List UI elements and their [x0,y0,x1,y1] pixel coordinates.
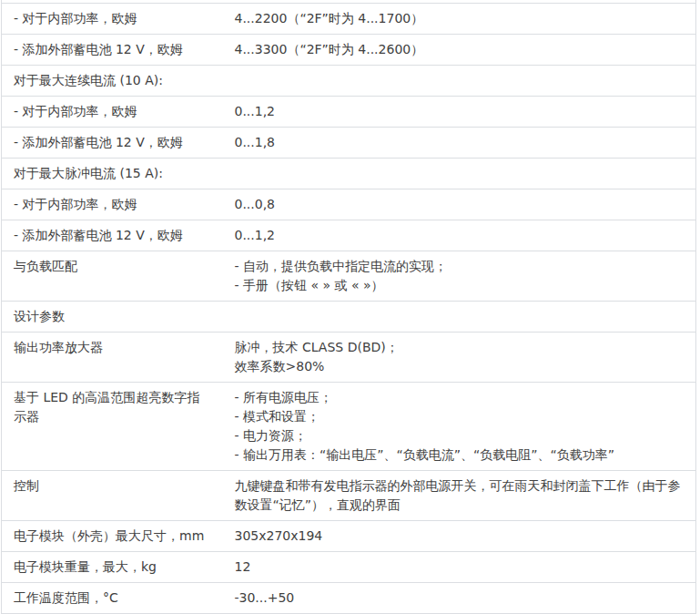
spec-value-line: - 所有电源电压； [235,388,685,407]
spec-value-line: 效率系数>80% [235,357,685,376]
section-header-cell: 对于最大连续电流 (10 A): [2,66,696,97]
table-row: - 添加外部蓄电池 12 V，欧姆0...1,2 [2,220,696,251]
spec-value-line: - 自动，提供负载中指定电流的实现； [235,257,685,276]
spec-value-cell: 12 [223,552,696,583]
section-header-cell: 设计参数 [2,302,696,333]
table-row: 与负载匹配- 自动，提供负载中指定电流的实现；- 手册（按钮 « » 或 « »… [2,251,696,302]
spec-label-cell: 与负载匹配 [2,251,223,302]
spec-value-line: - 电力资源； [235,426,685,445]
spec-value-line: - 手册（按钮 « » 或 « »） [235,276,685,295]
table-row: - 添加外部蓄电池 12 V，欧姆4...3300（“2F”时为 4...260… [2,35,696,66]
spec-table: - 对于内部功率，欧姆4...2200（“2F”时为 4...1700）- 添加… [1,0,696,614]
spec-value-line: 12 [235,558,685,577]
spec-value-line: 脉冲，技术 CLASS D(BD)； [235,338,685,357]
spec-value-cell: - 所有电源电压；- 模式和设置；- 电力资源；- 输出万用表：“输出电压”、“… [223,383,696,471]
spec-label-cell: - 添加外部蓄电池 12 V，欧姆 [2,35,223,66]
table-row: 电子模块重量，最大，kg12 [2,552,696,583]
spec-value-line: 0...1,2 [235,102,685,121]
table-row: 输出功率放大器脉冲，技术 CLASS D(BD)；效率系数>80% [2,333,696,383]
table-row: - 对于内部功率，欧姆4...2200（“2F”时为 4...1700） [2,4,696,35]
table-row: 电子模块（外壳）最大尺寸，mm305x270x194 [2,521,696,552]
section-header-cell: 对于最大脉冲电流 (15 A): [2,159,696,189]
spec-label-cell: 工作温度范围，°C [2,583,223,614]
table-row: 工作温度范围，°C-30...+50 [2,583,696,614]
spec-value-cell: 九键键盘和带有发电指示器的外部电源开关，可在雨天和封闭盖下工作（由于参数设置“记… [223,471,696,521]
spec-value-line: 九键键盘和带有发电指示器的外部电源开关，可在雨天和封闭盖下工作（由于参数设置“记… [235,476,685,515]
spec-value-line: 0...1,8 [235,133,685,152]
table-row: 控制九键键盘和带有发电指示器的外部电源开关，可在雨天和封闭盖下工作（由于参数设置… [2,471,696,521]
spec-table-body: - 对于内部功率，欧姆4...2200（“2F”时为 4...1700）- 添加… [2,0,696,614]
spec-value-line: 4...3300（“2F”时为 4...2600） [235,40,685,59]
spec-label-cell: - 添加外部蓄电池 12 V，欧姆 [2,128,223,159]
spec-label-cell: 电子模块（外壳）最大尺寸，mm [2,521,223,552]
section-header-row: 设计参数 [2,302,696,333]
spec-value-cell: 脉冲，技术 CLASS D(BD)；效率系数>80% [223,333,696,383]
spec-label-cell: 输出功率放大器 [2,333,223,383]
spec-value-cell: - 自动，提供负载中指定电流的实现；- 手册（按钮 « » 或 « »） [223,251,696,302]
spec-label-cell: 电子模块重量，最大，kg [2,552,223,583]
spec-value-cell: 0...1,2 [223,220,696,251]
spec-value-line: 305x270x194 [235,527,685,546]
table-row: - 添加外部蓄电池 12 V，欧姆0...1,8 [2,128,696,159]
spec-label-cell: - 对于内部功率，欧姆 [2,4,223,35]
section-header-row: 对于最大脉冲电流 (15 A): [2,159,696,189]
spec-value-cell: 0...1,2 [223,97,696,128]
spec-label-cell: - 添加外部蓄电池 12 V，欧姆 [2,220,223,251]
spec-value-cell: 0...1,8 [223,128,696,159]
spec-value-cell: -30...+50 [223,583,696,614]
spec-value-cell: 4...3300（“2F”时为 4...2600） [223,35,696,66]
spec-value-line: - 模式和设置； [235,407,685,426]
spec-value-line: 0...0,8 [235,195,685,214]
spec-label-cell: - 对于内部功率，欧姆 [2,189,223,220]
section-header-row: 对于最大连续电流 (10 A): [2,66,696,97]
spec-value-cell: 4...2200（“2F”时为 4...1700） [223,4,696,35]
table-row: - 对于内部功率，欧姆0...0,8 [2,189,696,220]
spec-value-line: - 输出万用表：“输出电压”、“负载电流”、“负载电阻”、“负载功率” [235,445,685,465]
spec-value-cell: 0...0,8 [223,189,696,220]
spec-label-cell: 控制 [2,471,223,521]
spec-label-cell: - 对于内部功率，欧姆 [2,97,223,128]
spec-value-cell: 305x270x194 [223,521,696,552]
spec-value-line: -30...+50 [235,588,685,608]
spec-value-line: 4...2200（“2F”时为 4...1700） [235,9,685,28]
spec-label-cell: 基于 LED 的高温范围超亮数字指示器 [2,383,223,471]
table-row: - 对于内部功率，欧姆0...1,2 [2,97,696,128]
table-row: 基于 LED 的高温范围超亮数字指示器- 所有电源电压；- 模式和设置；- 电力… [2,383,696,471]
spec-value-line: 0...1,2 [235,226,685,245]
